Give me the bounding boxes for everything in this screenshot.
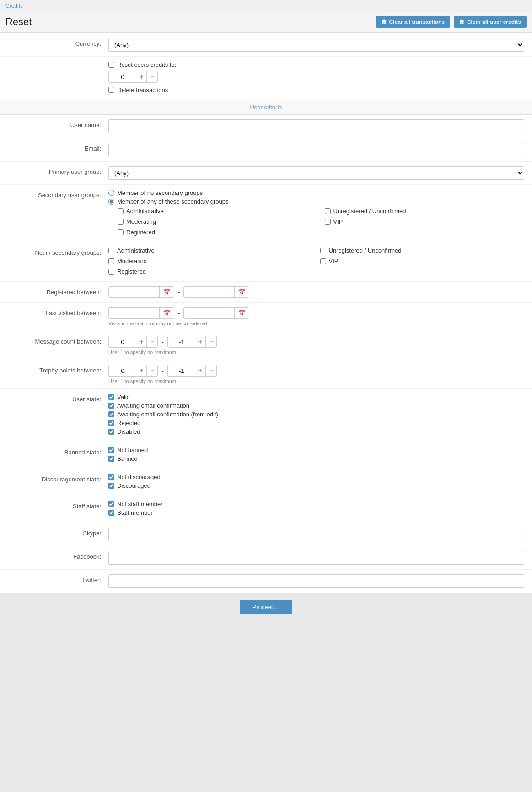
trophy-points-min-decrement[interactable]: − — [147, 365, 157, 376]
twitter-label: Twitter: — [8, 574, 108, 583]
reset-credits-input[interactable] — [109, 72, 136, 82]
last-visited-from-input[interactable] — [109, 308, 159, 318]
banned-banned-label: Banned — [117, 455, 138, 462]
last-visited-separator: - — [178, 310, 180, 317]
last-visited-to-calendar[interactable]: 📅 — [234, 308, 249, 318]
notinsec-unregistered-cb[interactable] — [320, 248, 326, 253]
skype-input[interactable] — [108, 528, 524, 541]
trophy-points-min-increment[interactable]: + — [136, 365, 147, 376]
proceed-button[interactable]: Proceed... — [240, 600, 292, 614]
facebook-label: Facebook: — [8, 551, 108, 560]
page-title: Reset — [5, 16, 32, 28]
message-count-min-increment[interactable]: + — [136, 336, 147, 347]
delete-transactions-checkbox[interactable] — [108, 87, 114, 93]
username-label: User name: — [8, 119, 108, 129]
trash-icon: 🗑 — [382, 19, 387, 25]
not-in-secondary-checkboxes: Administrative Unregistered / Unconfirme… — [108, 247, 524, 277]
user-state-rejected-cb[interactable] — [108, 420, 114, 426]
clear-transactions-label: Clear all transactions — [389, 19, 445, 25]
user-state-rejected-label: Rejected — [117, 420, 140, 426]
message-count-min-input[interactable] — [109, 337, 136, 347]
notinsec-moderating-cb[interactable] — [108, 258, 114, 264]
notinsec-administrative-label: Administrative — [117, 247, 155, 254]
last-visited-from-calendar[interactable]: 📅 — [159, 308, 174, 318]
notinsec-administrative-cb[interactable] — [108, 248, 114, 253]
message-count-field: + − - + − Use -1 to specify no maximum. — [108, 336, 524, 355]
primary-group-row: Primary user group: (Any) — [0, 162, 532, 185]
user-state-awaiting-email-edit-cb[interactable] — [108, 411, 114, 417]
message-count-max-decrement[interactable]: − — [206, 336, 216, 347]
secondary-registered-row: Registered — [118, 229, 317, 236]
reset-credits-decrement[interactable]: − — [147, 71, 157, 82]
facebook-input[interactable] — [108, 551, 524, 565]
notinsec-unregistered-row: Unregistered / Unconfirmed — [320, 247, 525, 254]
secondary-registered-label: Registered — [126, 229, 155, 236]
email-row: Email: — [0, 138, 532, 162]
secondary-registered-cb[interactable] — [118, 229, 124, 235]
clear-user-credits-button[interactable]: 🗑 Clear all user credits — [454, 16, 527, 28]
secondary-administrative-cb[interactable] — [118, 208, 124, 214]
staff-staff-cb[interactable] — [108, 510, 114, 516]
message-count-min-decrement[interactable]: − — [147, 336, 157, 347]
trophy-points-max-input[interactable] — [168, 366, 195, 376]
trash-icon-2: 🗑 — [459, 19, 465, 25]
username-input[interactable] — [108, 119, 524, 133]
registered-to-calendar[interactable]: 📅 — [234, 287, 249, 297]
notinsec-registered-cb[interactable] — [108, 269, 114, 275]
registered-to-input[interactable] — [184, 287, 234, 297]
discouragement-state-label: Discouragement state: — [8, 474, 108, 483]
user-state-disabled-cb[interactable] — [108, 429, 114, 435]
breadcrumb-credits-link[interactable]: Credits — [5, 3, 23, 9]
registered-between-label: Registered between: — [8, 286, 108, 296]
not-in-secondary-label: Not in secondary groups: — [8, 247, 108, 256]
notinsec-unregistered-label: Unregistered / Unconfirmed — [329, 247, 402, 254]
not-in-secondary-field: Administrative Unregistered / Unconfirme… — [108, 247, 524, 277]
secondary-vip-cb[interactable] — [325, 219, 331, 225]
currency-select[interactable]: (Any) — [108, 38, 524, 52]
last-visited-hint: Visits in the last hour may not be consi… — [108, 321, 524, 326]
message-count-max-input[interactable] — [168, 337, 195, 347]
secondary-moderating-cb[interactable] — [118, 219, 124, 225]
skype-label: Skype: — [8, 528, 108, 537]
main-content: Currency: (Any) Reset users credits to: … — [0, 33, 532, 593]
radio-no-secondary[interactable] — [108, 190, 114, 196]
facebook-row: Facebook: — [0, 546, 532, 570]
reset-credits-increment[interactable]: + — [136, 71, 147, 82]
discouragement-not-discouraged-cb[interactable] — [108, 474, 114, 480]
primary-group-select[interactable]: (Any) — [108, 166, 524, 180]
trophy-points-label: Trophy points between: — [8, 365, 108, 374]
banned-banned-cb[interactable] — [108, 456, 114, 462]
notinsec-registered-label: Registered — [117, 268, 146, 275]
discouragement-state-field: Not discouraged Discouraged — [108, 474, 524, 491]
user-state-awaiting-email-row: Awaiting email confirmation — [108, 402, 524, 409]
message-count-min-stepper: + − — [108, 336, 158, 348]
message-count-max-increment[interactable]: + — [195, 336, 206, 347]
secondary-unregistered-cb[interactable] — [325, 208, 331, 214]
registered-from-calendar[interactable]: 📅 — [159, 287, 174, 297]
staff-staff-label: Staff member — [117, 509, 153, 516]
registered-from-input[interactable] — [109, 287, 159, 297]
breadcrumb: Credits › — [0, 0, 532, 12]
notinsec-vip-cb[interactable] — [320, 258, 326, 264]
reset-credits-checkbox[interactable] — [108, 62, 114, 68]
trophy-points-max-increment[interactable]: + — [195, 365, 206, 376]
last-visited-to-input[interactable] — [184, 308, 234, 318]
email-input[interactable] — [108, 143, 524, 156]
notinsec-administrative-row: Administrative — [108, 247, 313, 254]
trophy-points-min-input[interactable] — [109, 366, 136, 376]
secondary-administrative-row: Administrative — [118, 208, 317, 215]
banned-not-banned-cb[interactable] — [108, 447, 114, 453]
radio-any-secondary[interactable] — [108, 199, 114, 205]
user-state-awaiting-email-cb[interactable] — [108, 403, 114, 409]
trophy-points-max-decrement[interactable]: − — [206, 365, 216, 376]
page-header: Reset 🗑 Clear all transactions 🗑 Clear a… — [0, 12, 532, 33]
twitter-input[interactable] — [108, 574, 524, 588]
banned-banned-row: Banned — [108, 455, 524, 462]
message-count-row: Message count between: + − - + − Use — [0, 331, 532, 360]
user-state-valid-cb[interactable] — [108, 394, 114, 400]
message-count-separator: - — [161, 339, 163, 345]
staff-state-field: Not staff member Staff member — [108, 501, 524, 518]
clear-transactions-button[interactable]: 🗑 Clear all transactions — [376, 16, 450, 28]
discouragement-discouraged-cb[interactable] — [108, 483, 114, 489]
staff-not-staff-cb[interactable] — [108, 501, 114, 507]
